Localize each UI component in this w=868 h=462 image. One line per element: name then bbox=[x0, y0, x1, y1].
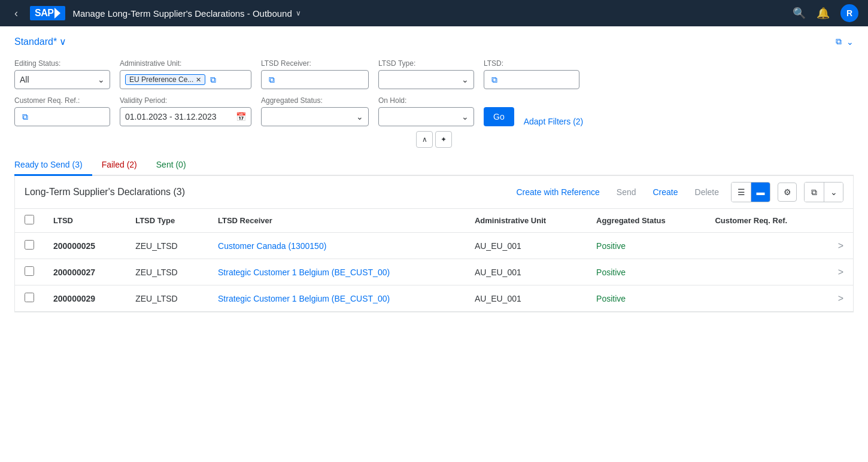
table-row: 200000029 ZEU_LTSD Strategic Customer 1 … bbox=[15, 285, 853, 312]
variant-selector[interactable]: Standard* ∨ bbox=[14, 36, 66, 47]
ltsd-receiver-label: LTSD Receiver: bbox=[261, 59, 369, 68]
row3-nav-arrow[interactable]: > bbox=[828, 285, 853, 312]
row1-nav-arrow[interactable]: > bbox=[828, 233, 853, 259]
validity-period-input[interactable]: 01.01.2023 - 31.12.2023 📅 bbox=[120, 107, 251, 126]
row2-admin-unit: AU_EU_001 bbox=[465, 259, 587, 285]
admin-unit-tag: EU Preference Ce... ✕ bbox=[125, 74, 205, 85]
back-button[interactable]: ‹ bbox=[10, 5, 23, 22]
notifications-icon[interactable]: 🔔 bbox=[817, 7, 830, 20]
admin-unit-field: Administrative Unit: EU Preference Ce...… bbox=[120, 59, 251, 89]
on-hold-chevron-icon: ⌄ bbox=[462, 112, 469, 121]
table-row: 200000025 ZEU_LTSD Customer Canada (1300… bbox=[15, 233, 853, 259]
row1-admin-unit: AU_EU_001 bbox=[465, 233, 587, 259]
row2-agg-status: Positive bbox=[587, 259, 705, 285]
ltsd-input[interactable]: ⧉ bbox=[484, 70, 579, 89]
customer-req-copy-icon[interactable]: ⧉ bbox=[20, 112, 31, 122]
ltsd-type-select[interactable]: ⌄ bbox=[378, 70, 474, 89]
list-view-button[interactable]: ☰ bbox=[732, 183, 751, 202]
col-header-admin-unit: Administrative Unit bbox=[465, 209, 587, 233]
customer-req-label: Customer Req. Ref.: bbox=[14, 96, 110, 105]
tab-failed[interactable]: Failed (2) bbox=[92, 155, 147, 176]
app-title: Manage Long-Term Supplier's Declarations… bbox=[72, 8, 785, 19]
tab-ready-to-send[interactable]: Ready to Send (3) bbox=[14, 155, 92, 176]
table-toolbar: Long-Term Supplier's Declarations (3) Cr… bbox=[15, 176, 853, 209]
editing-status-select[interactable]: All ⌄ bbox=[14, 70, 110, 89]
filter-row-1: Editing Status: All ⌄ Administrative Uni… bbox=[14, 59, 854, 89]
export-group: ⧉ ⌄ bbox=[804, 182, 843, 202]
pin-button[interactable]: ✦ bbox=[435, 131, 452, 148]
action-buttons: Go Adapt Filters (2) bbox=[484, 107, 583, 126]
editing-status-chevron-icon: ⌄ bbox=[98, 75, 105, 84]
aggregated-status-label: Aggregated Status: bbox=[261, 96, 369, 105]
aggregated-status-select[interactable]: ⌄ bbox=[261, 107, 369, 126]
admin-unit-input[interactable]: EU Preference Ce... ✕ ⧉ bbox=[120, 70, 251, 89]
ltsd-receiver-input[interactable]: ⧉ bbox=[261, 70, 369, 89]
main-content: Standard* ∨ ⧉ ⌄ Editing Status: All ⌄ Ad… bbox=[0, 26, 868, 462]
row2-checkbox-cell bbox=[15, 259, 44, 285]
top-navigation-bar: ‹ SAP Manage Long-Term Supplier's Declar… bbox=[0, 0, 868, 26]
col-header-ltsd-type: LTSD Type bbox=[126, 209, 208, 233]
customer-req-field: Customer Req. Ref.: ⧉ bbox=[14, 96, 110, 126]
admin-unit-copy-icon[interactable]: ⧉ bbox=[208, 75, 218, 85]
on-hold-select[interactable]: ⌄ bbox=[378, 107, 474, 126]
admin-unit-tag-close[interactable]: ✕ bbox=[196, 76, 201, 84]
collapse-up-button[interactable]: ∧ bbox=[416, 131, 433, 148]
filter-row-2: Customer Req. Ref.: ⧉ Validity Period: 0… bbox=[14, 96, 854, 126]
row3-ltsd-type: ZEU_LTSD bbox=[126, 285, 208, 312]
ltsd-receiver-field: LTSD Receiver: ⧉ bbox=[261, 59, 369, 89]
share-icon[interactable]: ⧉ bbox=[836, 37, 842, 47]
user-avatar[interactable]: R bbox=[840, 4, 858, 22]
tabs-bar: Ready to Send (3) Failed (2) Sent (0) bbox=[14, 155, 854, 176]
col-header-customer-req: Customer Req. Ref. bbox=[705, 209, 828, 233]
editing-status-field: Editing Status: All ⌄ bbox=[14, 59, 110, 89]
customer-req-input[interactable]: ⧉ bbox=[14, 107, 110, 126]
variant-actions-chevron-icon[interactable]: ⌄ bbox=[846, 37, 854, 47]
settings-button[interactable]: ⚙ bbox=[778, 183, 797, 202]
tab-sent[interactable]: Sent (0) bbox=[147, 155, 196, 176]
export-chevron-button[interactable]: ⌄ bbox=[824, 183, 843, 202]
variant-actions[interactable]: ⧉ ⌄ bbox=[836, 37, 854, 47]
row3-admin-unit: AU_EU_001 bbox=[465, 285, 587, 312]
table-row: 200000027 ZEU_LTSD Strategic Customer 1 … bbox=[15, 259, 853, 285]
row1-ltsd: 200000025 bbox=[44, 233, 126, 259]
row2-nav-arrow[interactable]: > bbox=[828, 259, 853, 285]
admin-unit-label: Administrative Unit: bbox=[120, 59, 251, 68]
ltsd-type-chevron-icon: ⌄ bbox=[462, 75, 469, 84]
row3-checkbox-cell bbox=[15, 285, 44, 312]
adapt-filters-link[interactable]: Adapt Filters (2) bbox=[524, 117, 584, 126]
variant-bar: Standard* ∨ ⧉ ⌄ bbox=[14, 36, 854, 47]
send-button[interactable]: Send bbox=[612, 185, 641, 199]
on-hold-field: On Hold: ⌄ bbox=[378, 96, 474, 126]
create-button[interactable]: Create bbox=[648, 185, 683, 199]
ltsd-copy-icon[interactable]: ⧉ bbox=[489, 75, 500, 85]
row2-ltsd-receiver: Strategic Customer 1 Belgium (BE_CUST_00… bbox=[208, 259, 465, 285]
row1-ltsd-type: ZEU_LTSD bbox=[126, 233, 208, 259]
select-all-checkbox[interactable] bbox=[25, 215, 34, 224]
validity-period-field: Validity Period: 01.01.2023 - 31.12.2023… bbox=[120, 96, 251, 126]
delete-button[interactable]: Delete bbox=[690, 185, 724, 199]
table-header-row: LTSD LTSD Type LTSD Receiver Administrat… bbox=[15, 209, 853, 233]
export-button[interactable]: ⧉ bbox=[805, 183, 824, 202]
row2-customer-req bbox=[705, 259, 828, 285]
top-bar-actions: 🔍 🔔 R bbox=[793, 4, 858, 22]
table-section: Long-Term Supplier's Declarations (3) Cr… bbox=[14, 176, 854, 312]
ltsd-receiver-copy-icon[interactable]: ⧉ bbox=[266, 75, 277, 85]
title-chevron-icon[interactable]: ∨ bbox=[296, 9, 301, 17]
table-view-button[interactable]: ▬ bbox=[751, 183, 770, 202]
search-icon[interactable]: 🔍 bbox=[793, 7, 806, 20]
ltsd-type-field: LTSD Type: ⌄ bbox=[378, 59, 474, 89]
sap-logo: SAP bbox=[30, 6, 65, 20]
col-header-ltsd-receiver: LTSD Receiver bbox=[208, 209, 465, 233]
go-button[interactable]: Go bbox=[484, 107, 514, 126]
create-with-reference-button[interactable]: Create with Reference bbox=[512, 185, 605, 199]
row2-checkbox[interactable] bbox=[25, 266, 34, 276]
row3-checkbox[interactable] bbox=[25, 293, 34, 302]
row1-checkbox[interactable] bbox=[25, 240, 34, 250]
ltsd-type-label: LTSD Type: bbox=[378, 59, 474, 68]
editing-status-label: Editing Status: bbox=[14, 59, 110, 68]
filter-area: Editing Status: All ⌄ Administrative Uni… bbox=[14, 59, 854, 126]
col-header-ltsd: LTSD bbox=[44, 209, 126, 233]
calendar-icon[interactable]: 📅 bbox=[236, 112, 246, 121]
ltsd-field: LTSD: ⧉ bbox=[484, 59, 579, 89]
row3-agg-status: Positive bbox=[587, 285, 705, 312]
